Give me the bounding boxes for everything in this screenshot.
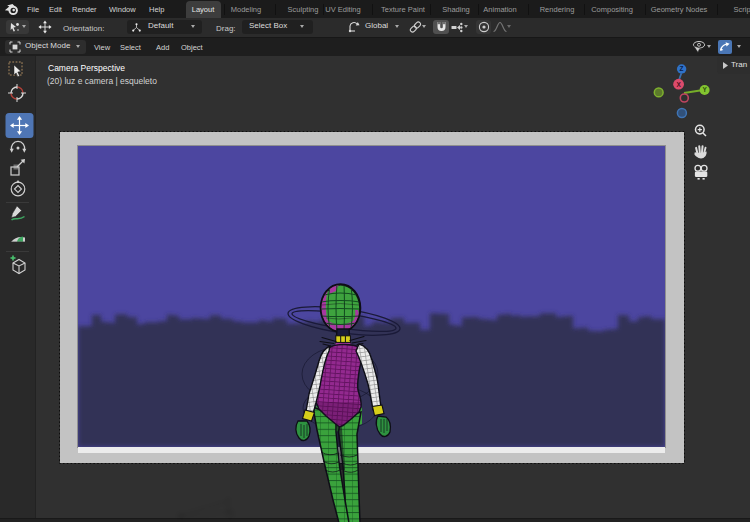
svg-text:Y: Y — [702, 86, 707, 93]
svg-text:X: X — [676, 81, 681, 88]
svg-text:Z: Z — [680, 65, 684, 72]
